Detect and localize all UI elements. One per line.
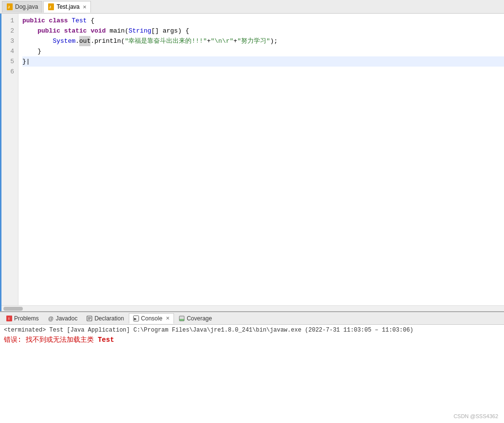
tab-dog-label: Dog.java (15, 3, 38, 10)
tab-dog[interactable]: J Dog.java (2, 1, 42, 13)
tab-problems[interactable]: ! Problems (2, 313, 43, 324)
svg-text:J: J (49, 5, 51, 9)
java-file-icon: J (6, 3, 13, 10)
console-terminated-line: <terminated> Test [Java Application] C:\… (4, 327, 500, 334)
plus-1: + (207, 36, 211, 46)
kw-public-1: public (22, 16, 49, 26)
java-file-icon-2: J (48, 3, 54, 10)
tab-console-label: Console (141, 315, 162, 322)
declaration-icon (87, 316, 92, 321)
indent-2 (22, 26, 37, 36)
tab-declaration[interactable]: Declaration (82, 313, 128, 324)
close-paren: ); (270, 36, 278, 46)
tab-test[interactable]: J Test.java ✕ (43, 1, 90, 13)
empty-line-6 (22, 67, 26, 77)
tab-coverage-label: Coverage (187, 315, 212, 322)
editor-scrollbar[interactable] (1, 305, 504, 311)
kw-public-2: public (37, 26, 64, 36)
str-newline: "\n\r" (211, 36, 234, 46)
line-num-6: 6 (1, 67, 18, 77)
console-icon: ▶ (133, 316, 139, 321)
code-line-2: public static void main(String[] args) { (22, 26, 504, 36)
javadoc-icon: @ (48, 316, 54, 321)
kw-static: static (64, 26, 91, 36)
indent-4: } (22, 46, 41, 56)
code-line-4: } (22, 46, 504, 56)
error-prefix: 错误: 找不到或无法加载主类 (4, 336, 98, 344)
error-class-name: Test (98, 336, 114, 344)
tab-problems-label: Problems (14, 315, 39, 322)
line-num-1: 1 (1, 16, 18, 26)
scrollbar-thumb (3, 307, 23, 311)
field-out: out (79, 36, 90, 46)
editor-wrapper: 1 2 3 4 5 6 public class Test { public s… (0, 14, 504, 311)
close-class: }| (22, 56, 30, 67)
tab-javadoc-label: Javadoc (56, 315, 78, 322)
tab-console-close[interactable]: ✕ (166, 316, 170, 321)
bottom-tab-bar: ! Problems @ Javadoc Declaration (0, 312, 504, 325)
code-line-1: public class Test { (22, 16, 504, 26)
tab-coverage[interactable]: Coverage (174, 313, 216, 324)
class-string: String (128, 26, 151, 36)
svg-text:!: ! (8, 317, 10, 321)
line-numbers: 1 2 3 4 5 6 (1, 14, 18, 305)
brace-open-1: { (90, 16, 94, 26)
tab-javadoc[interactable]: @ Javadoc (44, 313, 82, 324)
editor-inner: 1 2 3 4 5 6 public class Test { public s… (1, 14, 504, 305)
svg-rect-13 (179, 319, 184, 321)
editor-tab-bar: J Dog.java J Test.java ✕ (0, 0, 504, 14)
line-num-4: 4 (1, 46, 18, 56)
svg-text:J: J (8, 5, 10, 9)
code-line-3: System.out.println("幸福是靠奋斗出出来的!!!"+"\n\r… (22, 36, 504, 46)
console-body[interactable]: <terminated> Test [Java Application] C:\… (0, 325, 504, 423)
line-num-5: 5 (1, 56, 18, 67)
method-main: main( (109, 26, 128, 36)
line-num-2: 2 (1, 26, 18, 36)
problems-icon: ! (6, 316, 12, 321)
kw-class: class (49, 16, 72, 26)
tab-console[interactable]: ▶ Console ✕ (129, 313, 174, 324)
code-line-6 (22, 67, 504, 77)
tab-test-close[interactable]: ✕ (83, 4, 87, 10)
tab-test-label: Test.java (56, 3, 79, 10)
coverage-icon (179, 316, 185, 321)
bottom-panel: ! Problems @ Javadoc Declaration (0, 311, 504, 423)
kw-void: void (90, 26, 109, 36)
dot-1: . (75, 36, 79, 46)
console-error-line: 错误: 找不到或无法加载主类 Test (4, 335, 500, 344)
code-line-5: }| (22, 56, 504, 67)
indent-3 (22, 36, 52, 46)
line-num-3: 3 (1, 36, 18, 46)
str-chinese-1: "幸福是靠奋斗出出来的!!!" (125, 36, 207, 46)
plus-2: + (233, 36, 237, 46)
args-bracket: [] args) { (151, 26, 189, 36)
class-system: System (52, 36, 75, 46)
watermark: CSDN @SSS4362 (453, 413, 498, 419)
dot-2: .println( (90, 36, 124, 46)
str-chinese-2: "努力学习" (237, 36, 270, 46)
tab-declaration-label: Declaration (94, 315, 124, 322)
code-editor[interactable]: public class Test { public static void m… (18, 14, 504, 305)
class-name-test: Test (71, 16, 90, 26)
